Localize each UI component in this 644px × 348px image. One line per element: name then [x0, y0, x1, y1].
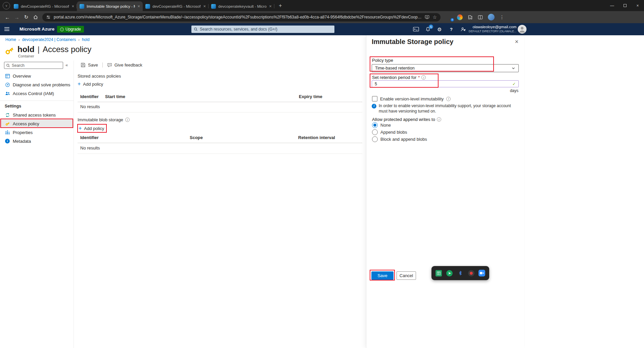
save-command[interactable]: Save [81, 62, 98, 68]
refresh-button[interactable]: ↻ [21, 12, 31, 22]
minimize-button[interactable]: — [606, 0, 618, 11]
breadcrumb-home[interactable]: Home [5, 37, 16, 42]
info-icon[interactable]: i [421, 75, 426, 80]
more-options-icon[interactable]: ··· [78, 46, 85, 51]
account-menu[interactable]: olawaleoloye@gmail.com DEFAULT DIRECTORY… [467, 25, 516, 33]
browser-tab-3[interactable]: devCooperateRG - Microsoft A... × [143, 1, 209, 11]
sidebar-item-label: Metadata [13, 139, 31, 144]
append-writes-label-text: Allow protected append writes to [372, 117, 435, 122]
sidebar-search[interactable] [4, 62, 63, 69]
column-identifier: Identifier [78, 135, 190, 140]
radio-none[interactable]: None [372, 122, 391, 128]
policy-type-dropdown[interactable]: Time-based retention [372, 64, 519, 72]
azure-favicon-icon [145, 4, 150, 9]
feedback-person-icon[interactable] [460, 26, 466, 32]
valid-check-icon: ✓ [512, 82, 516, 86]
notification-badge: 5 [429, 25, 433, 29]
browser-menu-icon[interactable]: ⋮ [500, 14, 504, 20]
browser-tab-4[interactable]: devcoperatekeyvault - Microso... × [209, 1, 274, 11]
back-button[interactable]: ← [3, 12, 12, 22]
bluetooth-icon[interactable] [457, 270, 464, 277]
panel-cancel-button[interactable]: Cancel [397, 271, 416, 280]
sidebar-item-access-control-iam[interactable]: Access Control (IAM) [0, 89, 74, 98]
key-icon [5, 121, 10, 126]
sidebar-search-input[interactable] [4, 62, 63, 69]
sidebar-item-metadata[interactable]: i Metadata [0, 137, 74, 145]
upgrade-label: Upgrade [65, 27, 81, 32]
notifications-bell-icon[interactable]: 5 [425, 26, 431, 32]
column-expiry-time: Expiry time [299, 94, 362, 99]
favorite-star-icon[interactable]: ☆ [432, 15, 437, 19]
retention-period-input[interactable]: 5 ✓ [372, 80, 519, 87]
portal-search-input[interactable] [191, 26, 334, 33]
browser-tab-1[interactable]: devCooperateRG - Microsoft A... × [11, 1, 77, 11]
portal-search[interactable] [191, 26, 334, 33]
panel-title: Immutable Storage policy [372, 38, 453, 46]
help-icon[interactable]: ? [448, 26, 454, 32]
sidebar-item-label: Shared access tokens [13, 113, 56, 118]
sidebar-item-access-policy[interactable]: Access policy [0, 119, 74, 128]
info-icon[interactable]: i [446, 97, 451, 101]
extension-icon-1[interactable]: 9 [446, 14, 452, 20]
hamburger-menu-icon[interactable] [4, 27, 10, 31]
add-immutable-policy-button[interactable]: + Add policy [79, 126, 104, 131]
radio-button-selected[interactable] [372, 122, 378, 128]
home-button[interactable] [31, 12, 40, 22]
sidebar-item-label: Overview [13, 74, 31, 79]
info-icon[interactable]: i [437, 117, 441, 122]
radio-label: None [380, 123, 391, 128]
extensions-puzzle-icon[interactable] [468, 15, 473, 20]
settings-gear-icon[interactable]: ⚙ [436, 26, 443, 32]
tab-close-icon[interactable]: × [203, 4, 206, 9]
browser-tab-2-active[interactable]: Immutable Storage policy - Mic... × [77, 1, 143, 11]
azure-favicon-icon [211, 4, 216, 9]
tab-close-icon[interactable]: × [269, 4, 272, 9]
upgrade-button[interactable]: ↑ Upgrade [57, 26, 84, 33]
address-url[interactable]: portal.azure.com/#view/Microsoft_Azure_S… [54, 15, 422, 19]
append-writes-label: Allow protected append writes to i [372, 117, 441, 122]
site-info-icon[interactable] [46, 15, 51, 19]
immutable-storage-title-label: Immutable blob storage [78, 117, 123, 122]
add-stored-policy-button[interactable]: + Add policy [78, 81, 103, 87]
panel-close-icon[interactable]: × [515, 38, 518, 45]
column-scope: Scope [190, 135, 298, 140]
azure-brand[interactable]: Microsoft Azure [19, 27, 55, 32]
record-icon[interactable] [468, 270, 475, 277]
cloud-shell-icon[interactable] [413, 26, 419, 32]
maximize-button[interactable] [618, 0, 631, 11]
split-screen-icon[interactable] [478, 15, 483, 20]
radio-append-blobs[interactable]: Append blobs [372, 129, 407, 135]
tab-close-icon[interactable]: × [137, 4, 140, 9]
account-avatar[interactable] [518, 25, 526, 34]
sidebar-item-overview[interactable]: Overview [0, 72, 74, 80]
version-immutability-checkbox[interactable] [372, 96, 377, 101]
radio-button[interactable] [372, 129, 378, 135]
address-bar[interactable]: portal.azure.com/#view/Microsoft_Azure_S… [42, 13, 441, 21]
info-icon[interactable]: i [125, 118, 130, 122]
browser-profile-avatar[interactable] [488, 14, 495, 20]
close-window-button[interactable]: × [631, 0, 644, 11]
tab-title: Immutable Storage policy - Mic... [87, 4, 135, 8]
radio-label: Append blobs [380, 130, 407, 135]
sidebar-item-properties[interactable]: Properties [0, 128, 74, 137]
screenshare-icon[interactable]: ➤ [446, 270, 453, 277]
extension-icon-2[interactable] [457, 14, 463, 20]
sheets-icon[interactable] [435, 270, 442, 277]
panel-save-button[interactable]: Save [371, 271, 394, 280]
install-app-icon[interactable] [425, 15, 429, 19]
new-tab-button[interactable]: + [276, 2, 284, 10]
add-policy-label: Add policy [84, 126, 104, 131]
sidebar-item-shared-access-tokens[interactable]: Shared access tokens [0, 111, 74, 119]
give-feedback-command[interactable]: Give feedback [107, 62, 142, 68]
sidebar-item-diagnose[interactable]: Diagnose and solve problems [0, 80, 74, 89]
zoom-icon[interactable] [478, 270, 486, 277]
tab-search-button[interactable]: v [3, 2, 10, 9]
immutable-storage-empty-row: No results [78, 143, 362, 154]
tab-close-icon[interactable]: × [72, 4, 74, 9]
breadcrumb-containers[interactable]: devcoperate2024 | Containers [22, 37, 76, 42]
forward-button[interactable]: → [12, 12, 21, 22]
diagnose-icon [5, 82, 10, 87]
radio-block-and-append-blobs[interactable]: Block and append blobs [372, 136, 427, 142]
sidebar-collapse-button[interactable]: « [65, 62, 68, 68]
radio-button[interactable] [372, 136, 378, 142]
